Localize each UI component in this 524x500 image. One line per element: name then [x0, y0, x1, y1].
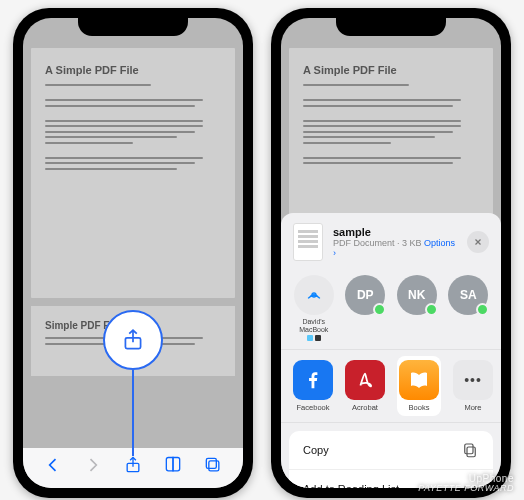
pdf-title: A Simple PDF File: [303, 64, 479, 76]
action-reading-list[interactable]: Add to Reading List: [289, 470, 493, 488]
tabs-button[interactable]: [201, 453, 225, 477]
pdf-title: A Simple PDF File: [45, 64, 221, 76]
close-button[interactable]: [467, 231, 489, 253]
forward-button: [81, 453, 105, 477]
callout-line: [132, 370, 134, 456]
actions-list: Copy Add to Reading List: [289, 431, 493, 488]
share-sheet-header: sample PDF Document · 3 KB Options ›: [281, 213, 501, 271]
phone-right: A Simple PDF File sample PDF Document · …: [271, 8, 511, 498]
apps-row: Facebook Acrobat Books: [281, 350, 501, 423]
share-file-meta: PDF Document · 3 KB Options ›: [333, 238, 457, 258]
share-callout: [103, 310, 163, 370]
close-icon: [473, 237, 483, 247]
airdrop-contact[interactable]: NK: [396, 275, 438, 315]
share-icon: [120, 327, 146, 353]
facebook-icon: [293, 360, 333, 400]
back-button[interactable]: [41, 453, 65, 477]
glasses-icon: [461, 480, 479, 488]
airdrop-icon: [304, 285, 324, 305]
app-more[interactable]: ••• More: [453, 360, 493, 412]
screen-left: A Simple PDF File Simple PDF File 2: [23, 18, 243, 488]
svg-rect-6: [465, 444, 473, 454]
acrobat-icon: [345, 360, 385, 400]
pdf-page-1: A Simple PDF File: [31, 48, 235, 298]
more-icon: •••: [453, 360, 493, 400]
app-acrobat[interactable]: Acrobat: [345, 360, 385, 412]
svg-rect-2: [209, 461, 219, 471]
share-button[interactable]: [121, 453, 145, 477]
airdrop-contact[interactable]: DP: [345, 275, 387, 315]
app-books[interactable]: Books: [397, 356, 441, 416]
app-facebook[interactable]: Facebook: [293, 360, 333, 412]
notch: [336, 16, 446, 36]
books-icon: [399, 360, 439, 400]
airdrop-target-device[interactable]: David's MacBook: [293, 275, 335, 341]
airdrop-contact[interactable]: SA: [448, 275, 490, 315]
pdf-page-1-dimmed: A Simple PDF File: [289, 48, 493, 218]
share-file-name: sample: [333, 226, 457, 238]
copy-icon: [461, 441, 479, 459]
phone-left: A Simple PDF File Simple PDF File 2: [13, 8, 253, 498]
bookmarks-button[interactable]: [161, 453, 185, 477]
screen-right: A Simple PDF File sample PDF Document · …: [281, 18, 501, 488]
share-sheet: sample PDF Document · 3 KB Options ›: [281, 213, 501, 488]
action-copy[interactable]: Copy: [289, 431, 493, 470]
svg-rect-5: [467, 447, 475, 457]
airdrop-row: David's MacBook DP NK SA: [281, 271, 501, 350]
notch: [78, 16, 188, 36]
file-thumb-icon: [293, 223, 323, 261]
svg-rect-3: [206, 458, 216, 468]
